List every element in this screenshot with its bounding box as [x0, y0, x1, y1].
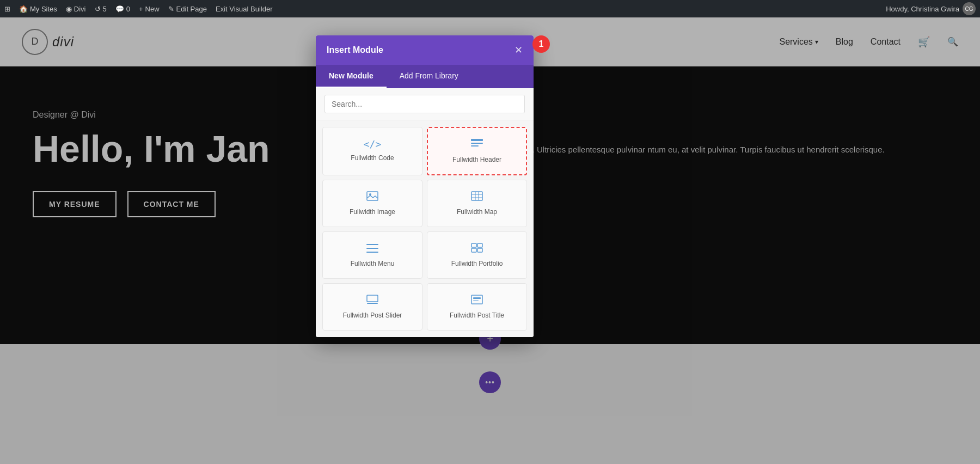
tab-add-from-library[interactable]: Add From Library: [387, 65, 471, 88]
tab-new-module[interactable]: New Module: [316, 65, 387, 88]
admin-new[interactable]: + New: [139, 5, 160, 13]
svg-rect-10: [477, 243, 482, 247]
admin-bar: ⊞ 🏠 My Sites ◉ Divi ↺ 5 💬 0 + New ✎ Edit…: [0, 0, 980, 17]
house-icon: 🏠: [19, 5, 28, 13]
comment-icon: 💬: [115, 5, 124, 13]
post-title-icon: [471, 295, 483, 307]
admin-updates[interactable]: ↺ 5: [95, 5, 107, 13]
svg-rect-2: [471, 145, 479, 146]
admin-edit-page[interactable]: ✎ Edit Page: [168, 5, 207, 13]
svg-rect-7: [366, 248, 378, 249]
admin-wp-icon[interactable]: ⊞: [4, 5, 10, 13]
map-icon: [471, 191, 483, 204]
module-label: Fullwidth Post Slider: [343, 312, 402, 319]
menu-icon: [366, 243, 378, 255]
svg-rect-11: [471, 248, 476, 252]
divi-icon: ◉: [66, 5, 72, 13]
portfolio-icon: [471, 243, 483, 255]
svg-rect-1: [471, 143, 483, 144]
module-label: Fullwidth Header: [452, 156, 501, 163]
module-label: Fullwidth Image: [350, 208, 395, 216]
admin-divi[interactable]: ◉ Divi: [66, 5, 86, 13]
module-fullwidth-portfolio[interactable]: Fullwidth Portfolio: [427, 231, 527, 279]
module-label: Fullwidth Post Title: [450, 312, 504, 319]
module-fullwidth-code[interactable]: </> Fullwidth Code: [322, 127, 422, 175]
search-input[interactable]: [324, 95, 525, 113]
image-icon: [366, 191, 378, 204]
avatar: CG: [963, 2, 976, 15]
wp-icon: ⊞: [4, 5, 10, 13]
plus-icon: +: [139, 5, 143, 13]
svg-rect-12: [477, 248, 482, 252]
svg-rect-17: [473, 297, 481, 299]
admin-my-sites[interactable]: 🏠 My Sites: [19, 5, 57, 13]
svg-rect-13: [367, 295, 378, 302]
module-fullwidth-menu[interactable]: Fullwidth Menu: [322, 231, 422, 279]
refresh-icon: ↺: [95, 5, 101, 13]
module-fullwidth-post-title[interactable]: Fullwidth Post Title: [427, 283, 527, 331]
notification-badge: 1: [532, 35, 550, 53]
svg-rect-5: [471, 192, 482, 200]
close-icon[interactable]: ✕: [514, 44, 523, 56]
modal-body: </> Fullwidth Code Fullwidth Header: [316, 120, 534, 337]
header-icon: [471, 139, 483, 151]
admin-exit-builder[interactable]: Exit Visual Builder: [216, 5, 273, 13]
module-label: Fullwidth Map: [457, 208, 497, 216]
admin-comments[interactable]: 💬 0: [115, 5, 130, 13]
svg-rect-6: [366, 244, 378, 245]
svg-rect-0: [471, 139, 483, 141]
admin-bar-right: Howdy, Christina Gwira CG: [886, 2, 976, 15]
module-label: Fullwidth Menu: [351, 260, 395, 267]
svg-rect-16: [471, 295, 482, 304]
svg-rect-9: [471, 243, 476, 247]
svg-rect-15: [369, 303, 376, 304]
svg-rect-3: [367, 192, 378, 200]
modal-header: Insert Module ✕: [316, 35, 534, 65]
module-fullwidth-header[interactable]: Fullwidth Header: [427, 127, 527, 175]
insert-module-modal: Insert Module ✕ New Module Add From Libr…: [316, 35, 534, 337]
modal-search: [316, 88, 534, 120]
modal-title: Insert Module: [327, 45, 383, 55]
module-grid: </> Fullwidth Code Fullwidth Header: [322, 127, 527, 331]
howdy-text: Howdy, Christina Gwira: [886, 5, 959, 13]
modal-tabs: New Module Add From Library: [316, 65, 534, 88]
module-fullwidth-map[interactable]: Fullwidth Map: [427, 180, 527, 227]
module-label: Fullwidth Code: [351, 154, 394, 162]
post-slider-icon: [366, 295, 378, 307]
pencil-icon: ✎: [168, 5, 174, 13]
module-fullwidth-post-slider[interactable]: Fullwidth Post Slider: [322, 283, 422, 331]
svg-rect-18: [473, 300, 479, 301]
module-fullwidth-image[interactable]: Fullwidth Image: [322, 180, 422, 227]
code-icon: </>: [364, 138, 382, 150]
module-label: Fullwidth Portfolio: [451, 260, 503, 267]
svg-rect-8: [366, 252, 378, 253]
